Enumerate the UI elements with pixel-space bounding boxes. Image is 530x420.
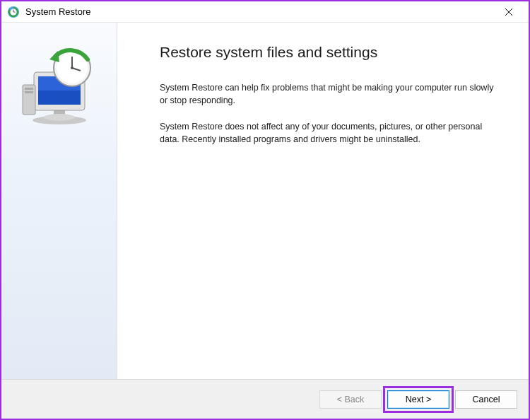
page-heading: Restore system files and settings <box>160 44 507 61</box>
sidebar <box>1 23 117 379</box>
cancel-button[interactable]: Cancel <box>455 390 517 409</box>
next-button[interactable]: Next > <box>387 390 449 409</box>
titlebar: System Restore <box>1 1 529 23</box>
wizard-body: Restore system files and settings System… <box>1 23 529 379</box>
system-restore-illustration <box>17 44 102 129</box>
svg-point-20 <box>71 66 73 69</box>
system-restore-window: System Restore <box>0 0 530 420</box>
wizard-footer: < Back Next > Cancel <box>1 379 529 419</box>
system-restore-icon <box>7 6 20 18</box>
close-button[interactable] <box>495 2 523 22</box>
back-button[interactable]: < Back <box>319 390 382 409</box>
svg-rect-15 <box>25 91 33 93</box>
intro-paragraph-1: System Restore can help fix problems tha… <box>160 82 499 107</box>
close-icon <box>505 8 512 16</box>
main-content: Restore system files and settings System… <box>117 23 529 379</box>
svg-marker-21 <box>49 51 59 62</box>
intro-paragraph-2: System Restore does not affect any of yo… <box>160 121 499 146</box>
svg-rect-14 <box>25 88 33 90</box>
window-title: System Restore <box>25 6 495 17</box>
svg-point-9 <box>44 114 75 121</box>
